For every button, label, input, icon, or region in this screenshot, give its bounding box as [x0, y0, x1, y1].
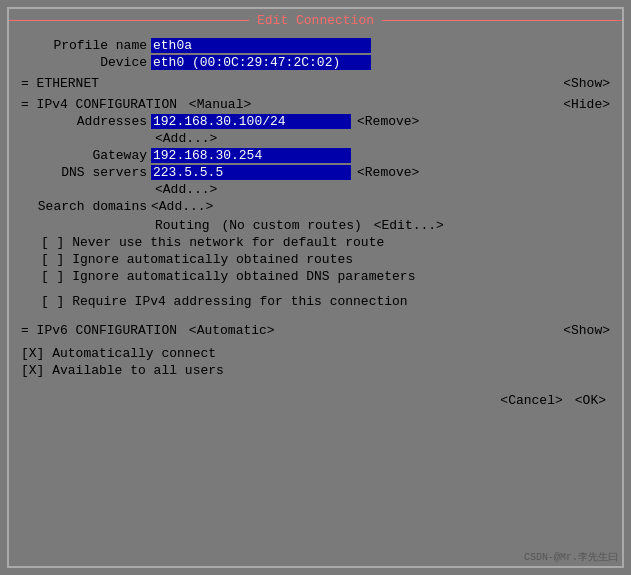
dns-add-row: <Add...> [21, 182, 610, 197]
dns-value-container: 223.5.5.5 <Remove> [151, 165, 419, 180]
spacer2 [21, 311, 610, 317]
auto-connect-row: [X] Automatically connect [21, 346, 610, 361]
ipv4-mode[interactable]: <Manual> [189, 97, 251, 112]
routing-row: Routing (No custom routes) <Edit...> [21, 218, 610, 233]
profile-value[interactable]: eth0a [151, 38, 371, 53]
gateway-row: Gateway 192.168.30.254 [21, 148, 610, 163]
gateway-value[interactable]: 192.168.30.254 [151, 148, 351, 163]
search-label: Search domains [21, 199, 151, 214]
addresses-row: Addresses 192.168.30.100/24 <Remove> [21, 114, 610, 129]
routing-label: Routing [155, 218, 214, 233]
checkbox3[interactable]: [ ] Ignore automatically obtained DNS pa… [41, 269, 415, 284]
ipv4-section-text: = IPv4 CONFIGURATION [21, 97, 177, 112]
addresses-remove[interactable]: <Remove> [357, 114, 419, 129]
dns-label: DNS servers [21, 165, 151, 180]
addresses-value[interactable]: 192.168.30.100/24 [151, 114, 351, 129]
device-value[interactable]: eth0 (00:0C:29:47:2C:02) [151, 55, 371, 70]
watermark: CSDN-@Mr.李先生曰 [524, 550, 618, 564]
checkbox1-row: [ ] Never use this network for default r… [21, 235, 610, 250]
gateway-value-container: 192.168.30.254 [151, 148, 351, 163]
ethernet-label: = ETHERNET [21, 76, 99, 91]
ipv6-mode[interactable]: <Automatic> [189, 323, 275, 338]
spacer1 [21, 286, 610, 292]
checkbox4[interactable]: [ ] Require IPv4 addressing for this con… [41, 294, 408, 309]
addresses-add[interactable]: <Add...> [155, 131, 217, 146]
dns-row: DNS servers 223.5.5.5 <Remove> [21, 165, 610, 180]
main-window: Edit Connection Profile name eth0a Devic… [7, 7, 624, 568]
dns-remove[interactable]: <Remove> [357, 165, 419, 180]
search-add[interactable]: <Add...> [151, 199, 213, 214]
routing-value: (No custom routes) [221, 218, 361, 233]
window-title: Edit Connection [249, 13, 382, 28]
auto-connect[interactable]: [X] Automatically connect [21, 346, 216, 361]
search-value-container: <Add...> [151, 199, 213, 214]
ipv6-label: = IPv6 CONFIGURATION <Automatic> [21, 323, 275, 338]
routing-edit[interactable]: <Edit...> [374, 218, 444, 233]
ok-button[interactable]: <OK> [571, 392, 610, 409]
ipv6-section-text: = IPv6 CONFIGURATION [21, 323, 177, 338]
checkbox3-row: [ ] Ignore automatically obtained DNS pa… [21, 269, 610, 284]
title-bar-line-right [382, 20, 622, 21]
ethernet-show[interactable]: <Show> [563, 76, 610, 91]
ipv4-section: = IPv4 CONFIGURATION <Manual> <Hide> [21, 97, 610, 112]
profile-label: Profile name [21, 38, 151, 53]
addresses-label: Addresses [21, 114, 151, 129]
cancel-button[interactable]: <Cancel> [496, 392, 566, 409]
profile-row: Profile name eth0a [21, 38, 610, 53]
footer: <Cancel> <OK> [9, 384, 622, 417]
device-label: Device [21, 55, 151, 70]
checkbox2[interactable]: [ ] Ignore automatically obtained routes [41, 252, 353, 267]
checkbox2-row: [ ] Ignore automatically obtained routes [21, 252, 610, 267]
addresses-value-container: 192.168.30.100/24 <Remove> [151, 114, 419, 129]
title-bar-line-left [9, 20, 249, 21]
dns-value[interactable]: 223.5.5.5 [151, 165, 351, 180]
spacer3 [21, 340, 610, 344]
available-to-all[interactable]: [X] Available to all users [21, 363, 224, 378]
form-content: Profile name eth0a Device eth0 (00:0C:29… [9, 32, 622, 384]
checkbox1[interactable]: [ ] Never use this network for default r… [41, 235, 384, 250]
search-row: Search domains <Add...> [21, 199, 610, 214]
gateway-label: Gateway [21, 148, 151, 163]
available-row: [X] Available to all users [21, 363, 610, 378]
device-value-container: eth0 (00:0C:29:47:2C:02) [151, 55, 371, 70]
ipv6-show[interactable]: <Show> [563, 323, 610, 338]
ipv6-section: = IPv6 CONFIGURATION <Automatic> <Show> [21, 323, 610, 338]
title-bar: Edit Connection [9, 9, 622, 32]
checkbox4-row: [ ] Require IPv4 addressing for this con… [21, 294, 610, 309]
dns-add[interactable]: <Add...> [155, 182, 217, 197]
ipv4-label: = IPv4 CONFIGURATION <Manual> [21, 97, 251, 112]
ipv4-hide[interactable]: <Hide> [563, 97, 610, 112]
profile-value-container: eth0a [151, 38, 371, 53]
ethernet-section: = ETHERNET <Show> [21, 76, 610, 91]
addresses-add-row: <Add...> [21, 131, 610, 146]
device-row: Device eth0 (00:0C:29:47:2C:02) [21, 55, 610, 70]
